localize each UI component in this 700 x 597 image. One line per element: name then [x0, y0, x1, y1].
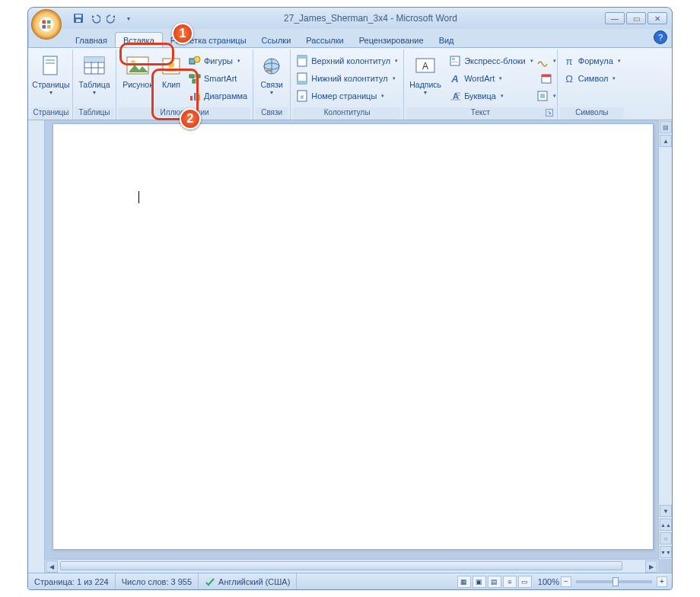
zoom-slider[interactable]: [576, 580, 652, 583]
chevron-down-icon: ▾: [424, 89, 427, 96]
minimize-button[interactable]: —: [605, 12, 625, 24]
clip-icon: [159, 54, 183, 78]
scroll-up[interactable]: ▲: [660, 135, 672, 147]
datetime-icon: [540, 72, 552, 85]
object-button[interactable]: ▾: [538, 88, 555, 104]
svg-rect-36: [298, 56, 307, 59]
object-icon: [536, 90, 549, 102]
svg-rect-3: [43, 25, 46, 29]
chart-button[interactable]: Диаграмма: [186, 88, 250, 104]
textbox-icon: A: [413, 54, 438, 78]
browse-next[interactable]: ▼▼: [660, 546, 672, 558]
view-draft[interactable]: ▭: [518, 576, 532, 588]
vertical-ruler[interactable]: [28, 120, 45, 573]
view-print-layout[interactable]: ▦: [457, 576, 471, 588]
tab-home[interactable]: Главная: [68, 33, 115, 47]
text-caret: [138, 191, 139, 203]
footer-button[interactable]: Нижний колонтитул▾: [293, 70, 401, 87]
svg-rect-30: [194, 93, 196, 101]
document-page[interactable]: [52, 123, 654, 550]
page-number-button[interactable]: # Номер страницы▾: [293, 88, 401, 104]
table-button[interactable]: Таблица ▾: [75, 51, 113, 106]
group-links: Связи ▾ Связи: [253, 49, 291, 120]
zoom-handle[interactable]: [612, 577, 619, 586]
svg-text:Ω: Ω: [565, 73, 573, 85]
maximize-button[interactable]: ▭: [626, 12, 646, 24]
document-viewport[interactable]: [45, 120, 672, 573]
svg-point-18: [131, 60, 135, 65]
svg-text:A: A: [450, 73, 458, 85]
header-button[interactable]: Верхний колонтитул▾: [293, 53, 401, 69]
ribbon: Страницы ▾ Страницы Таблица ▾ Таблицы Ри: [28, 47, 672, 120]
browse-prev[interactable]: ▲▲: [660, 519, 672, 531]
view-fullscreen[interactable]: ▣: [473, 576, 486, 588]
dialog-launcher[interactable]: ↘: [546, 109, 553, 117]
svg-point-20: [168, 62, 174, 68]
zoom-level[interactable]: 100%: [538, 577, 559, 586]
save-button[interactable]: [71, 11, 86, 26]
scroll-down[interactable]: ▼: [660, 505, 672, 517]
scroll-right[interactable]: ▶: [645, 560, 657, 573]
view-outline[interactable]: ≡: [503, 576, 517, 588]
svg-rect-8: [43, 56, 57, 75]
group-label: Таблицы: [75, 107, 113, 120]
vertical-scrollbar[interactable]: ▤ ▲ ▼ ▲▲ ○ ▼▼: [658, 120, 672, 559]
group-text: A Надпись ▾ Экспресс-блоки▾ A WordArt▾ A: [404, 49, 558, 120]
scroll-thumb[interactable]: [60, 561, 622, 570]
svg-rect-16: [84, 57, 104, 62]
symbol-button[interactable]: Ω Символ▾: [560, 70, 624, 87]
svg-rect-24: [189, 75, 194, 78]
textbox-button[interactable]: A Надпись ▾: [406, 51, 444, 106]
picture-button[interactable]: Рисунок: [119, 51, 157, 106]
symbol-icon: Ω: [563, 72, 575, 85]
svg-text:#: #: [301, 94, 304, 101]
wordart-button[interactable]: A WordArt▾: [446, 70, 536, 87]
page-number-icon: #: [296, 90, 308, 102]
group-label: Страницы: [32, 107, 70, 120]
status-page[interactable]: Страница: 1 из 224: [28, 573, 116, 589]
qat-customize[interactable]: ▾: [121, 11, 136, 26]
quickparts-icon: [449, 55, 461, 67]
pages-button[interactable]: Страницы ▾: [32, 51, 70, 106]
redo-button[interactable]: [104, 11, 119, 26]
undo-button[interactable]: [88, 11, 103, 26]
links-button[interactable]: Связи ▾: [256, 51, 288, 106]
tab-insert[interactable]: Вставка: [115, 32, 163, 47]
equation-button[interactable]: π Формула▾: [560, 53, 624, 69]
chevron-down-icon: ▾: [49, 89, 52, 96]
status-language[interactable]: Английский (США): [199, 573, 297, 589]
title-bar: ▾ 27_James_Sherman_3x4 - Microsoft Word …: [28, 8, 672, 29]
signature-button[interactable]: ▾: [538, 53, 555, 69]
svg-rect-54: [540, 94, 545, 98]
ruler-toggle[interactable]: ▤: [660, 121, 672, 133]
status-words[interactable]: Число слов: 3 955: [116, 573, 199, 589]
quick-access-toolbar: ▾: [71, 11, 136, 26]
zoom-in[interactable]: +: [657, 576, 667, 587]
document-area: ▤ ▲ ▼ ▲▲ ○ ▼▼ ◀ ▶: [28, 120, 672, 573]
tab-references[interactable]: Ссылки: [254, 33, 299, 47]
smartart-button[interactable]: SmartArt: [186, 70, 250, 87]
browse-select[interactable]: ○: [660, 532, 672, 544]
tab-review[interactable]: Рецензирование: [352, 33, 431, 47]
view-web[interactable]: ▤: [488, 576, 501, 588]
help-button[interactable]: ?: [654, 30, 667, 44]
chevron-down-icon: ▾: [270, 89, 273, 96]
shapes-icon: [189, 55, 201, 67]
quickparts-button[interactable]: Экспресс-блоки▾: [446, 53, 536, 69]
zoom-out[interactable]: −: [561, 576, 571, 587]
datetime-button[interactable]: [538, 70, 555, 87]
tab-mailings[interactable]: Рассылки: [298, 33, 351, 47]
svg-rect-31: [198, 94, 200, 101]
clip-button[interactable]: Клип: [158, 51, 184, 106]
svg-text:π: π: [565, 56, 572, 67]
close-button[interactable]: ✕: [648, 12, 667, 24]
horizontal-scrollbar[interactable]: ◀ ▶: [45, 559, 658, 573]
dropcap-button[interactable]: A Буквица▾: [446, 88, 536, 104]
shapes-button[interactable]: Фигуры▾: [186, 53, 250, 69]
picture-icon: [126, 54, 150, 78]
office-button[interactable]: [31, 9, 62, 40]
svg-rect-21: [166, 69, 177, 72]
tab-view[interactable]: Вид: [431, 33, 462, 47]
group-label: Связи: [256, 107, 288, 120]
scroll-left[interactable]: ◀: [46, 560, 58, 573]
